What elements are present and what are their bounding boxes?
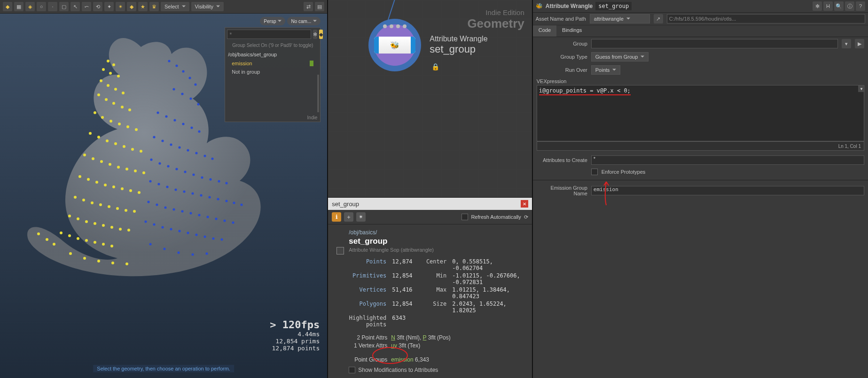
close-icon[interactable]: ✕ bbox=[521, 200, 528, 208]
gear-icon[interactable]: ✻ bbox=[813, 1, 822, 11]
camera-badge[interactable]: No cam... bbox=[287, 17, 321, 25]
select-dropdown[interactable]: Select bbox=[161, 2, 189, 11]
svg-point-140 bbox=[149, 243, 151, 245]
svg-point-68 bbox=[37, 232, 40, 235]
svg-point-36 bbox=[87, 178, 90, 181]
tool-icon[interactable]: ◆ bbox=[127, 2, 136, 11]
enforce-checkbox[interactable] bbox=[591, 169, 598, 175]
svg-point-128 bbox=[223, 219, 226, 222]
svg-point-27 bbox=[83, 154, 86, 156]
cube-icon bbox=[336, 247, 344, 255]
vex-editor[interactable]: i@group_points = v@P.x < 0; ▾ bbox=[537, 85, 864, 141]
svg-point-63 bbox=[94, 241, 96, 244]
info-icon[interactable]: ⓘ bbox=[845, 1, 854, 11]
viewport-canvas[interactable] bbox=[9, 19, 273, 291]
tool-icon[interactable]: ✴ bbox=[116, 2, 125, 11]
asset-name-field[interactable]: attribwrangle bbox=[590, 14, 650, 23]
svg-point-39 bbox=[112, 185, 115, 188]
svg-point-59 bbox=[60, 231, 63, 234]
svg-point-98 bbox=[158, 162, 161, 164]
svg-point-88 bbox=[198, 130, 200, 132]
asset-path-field[interactable]: C:/hfs/18.5.596/houdini/otls... bbox=[667, 14, 865, 23]
grouptype-select[interactable]: Guess from Group bbox=[591, 52, 649, 62]
bug-icon[interactable]: ✴ bbox=[356, 212, 366, 222]
info-icon[interactable]: ℹ bbox=[332, 212, 341, 222]
svg-point-43 bbox=[74, 196, 77, 199]
svg-point-34 bbox=[142, 171, 145, 174]
svg-point-0 bbox=[107, 60, 109, 62]
param-header-name[interactable]: set_group bbox=[595, 2, 632, 10]
runover-select[interactable]: Points bbox=[591, 65, 621, 75]
svg-point-66 bbox=[46, 238, 48, 241]
crown-icon[interactable]: ♛ bbox=[149, 2, 159, 11]
node-type-label: Attribute Wrangle bbox=[430, 35, 487, 43]
node-attribwrangle[interactable]: 🐝 bbox=[368, 19, 421, 71]
svg-point-136 bbox=[195, 233, 197, 236]
tool-icon[interactable]: ◆ bbox=[3, 2, 12, 11]
info-path: /obj/basics/ bbox=[349, 229, 524, 236]
svg-point-119 bbox=[147, 201, 149, 203]
expand-icon[interactable]: ▾ bbox=[858, 85, 865, 92]
svg-point-122 bbox=[172, 208, 175, 210]
help-icon[interactable]: ? bbox=[856, 1, 865, 11]
svg-point-45 bbox=[91, 201, 94, 204]
svg-point-47 bbox=[108, 205, 110, 208]
tool-icon[interactable]: ✦ bbox=[104, 2, 114, 11]
viewport-stats: > 120fps 4.44ms 12,854 prims 12,874 poin… bbox=[270, 319, 320, 352]
search-icon[interactable]: 🔍 bbox=[834, 1, 844, 11]
svg-point-10 bbox=[105, 98, 108, 101]
refresh-checkbox[interactable] bbox=[461, 214, 468, 220]
emission-label: Emission Group Name bbox=[537, 185, 587, 196]
svg-point-131 bbox=[153, 223, 155, 225]
tool-icon[interactable]: ◈ bbox=[25, 2, 35, 11]
svg-point-73 bbox=[125, 262, 128, 265]
attrs-create-label: Attributes to Create bbox=[537, 157, 587, 163]
tool-icon[interactable]: ○ bbox=[37, 2, 46, 11]
svg-point-24 bbox=[123, 145, 125, 148]
svg-point-23 bbox=[114, 142, 117, 145]
gear-icon[interactable]: ✻ bbox=[313, 30, 317, 39]
reload-icon[interactable]: ⟳ bbox=[524, 214, 528, 220]
svg-point-21 bbox=[97, 136, 100, 139]
scrollbar[interactable] bbox=[317, 75, 319, 112]
group-toggle-icon[interactable]: ◆ bbox=[319, 30, 323, 39]
svg-point-101 bbox=[184, 170, 186, 173]
plus-icon[interactable]: ＋ bbox=[344, 212, 353, 222]
jump-icon[interactable]: ↗ bbox=[654, 14, 663, 23]
svg-point-93 bbox=[187, 149, 189, 151]
tool-icon[interactable]: ▦ bbox=[14, 2, 23, 11]
show-mod-checkbox[interactable] bbox=[349, 367, 355, 373]
svg-point-72 bbox=[111, 262, 114, 264]
network-view[interactable]: Indie Edition Geometry 🐝 Attribute Wrang… bbox=[328, 0, 532, 197]
info-name: set_group bbox=[349, 237, 524, 246]
tool-icon[interactable]: ⇄ bbox=[304, 2, 313, 11]
tool-icon[interactable]: ⟲ bbox=[93, 2, 102, 11]
svg-point-77 bbox=[188, 77, 191, 79]
h-icon[interactable]: H bbox=[823, 1, 833, 11]
svg-point-89 bbox=[153, 136, 155, 138]
svg-point-64 bbox=[102, 243, 105, 246]
svg-point-76 bbox=[182, 70, 184, 72]
group-field[interactable] bbox=[591, 39, 838, 48]
svg-point-50 bbox=[133, 210, 136, 213]
tool-icon[interactable]: ⤺ bbox=[82, 2, 91, 11]
tab-bindings[interactable]: Bindings bbox=[556, 25, 587, 37]
attrs-create-field[interactable]: * bbox=[591, 155, 864, 165]
visibility-dropdown[interactable]: Visibility bbox=[191, 2, 224, 11]
svg-point-57 bbox=[119, 228, 122, 231]
svg-point-70 bbox=[83, 257, 86, 260]
emission-field[interactable]: emission bbox=[591, 186, 864, 195]
svg-point-33 bbox=[134, 170, 137, 172]
tool-icon[interactable]: ★ bbox=[138, 2, 148, 11]
tool-icon[interactable]: ▢ bbox=[59, 2, 69, 11]
tool-icon[interactable]: · bbox=[48, 2, 57, 11]
svg-point-42 bbox=[138, 191, 141, 194]
tool-icon[interactable]: ▤ bbox=[315, 2, 324, 11]
arrow-icon[interactable]: ▶ bbox=[855, 39, 864, 48]
svg-point-132 bbox=[161, 226, 164, 228]
tab-code[interactable]: Code bbox=[533, 25, 556, 37]
svg-point-16 bbox=[109, 120, 112, 123]
dropdown-icon[interactable]: ▾ bbox=[842, 39, 851, 48]
tool-icon[interactable]: ↖ bbox=[70, 2, 80, 11]
svg-point-142 bbox=[177, 251, 180, 254]
